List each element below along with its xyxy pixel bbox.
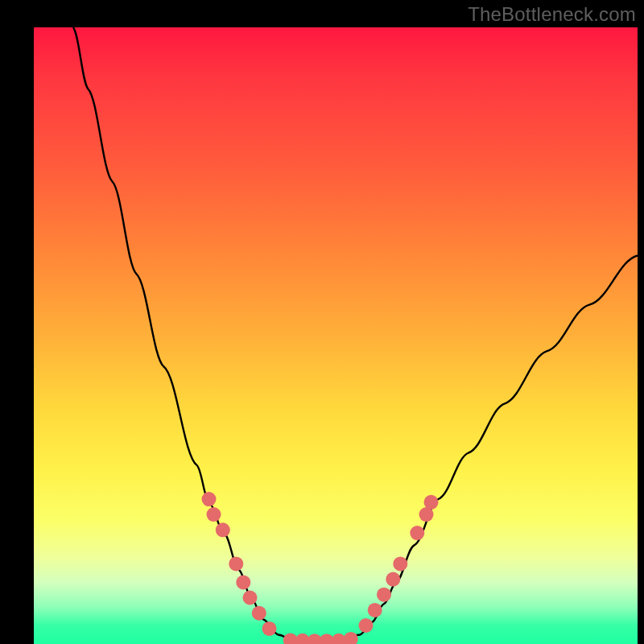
data-marker	[377, 588, 391, 602]
plot-area	[34, 27, 638, 644]
data-marker	[202, 492, 217, 506]
chart-container: TheBottleneck.com	[0, 0, 644, 644]
data-marker	[207, 507, 221, 522]
data-marker	[344, 632, 358, 644]
data-marker	[359, 618, 374, 633]
data-marker	[424, 495, 439, 510]
data-marker	[386, 572, 400, 587]
data-marker	[262, 621, 277, 636]
data-marker	[229, 556, 243, 571]
bottleneck-curve	[73, 27, 638, 641]
data-markers	[202, 492, 439, 644]
curve-layer	[34, 27, 638, 644]
data-marker	[216, 522, 230, 537]
data-marker	[393, 556, 407, 571]
data-marker	[419, 507, 434, 522]
data-marker	[236, 575, 250, 589]
data-marker	[243, 591, 258, 605]
data-marker	[368, 603, 382, 617]
watermark-text: TheBottleneck.com	[468, 3, 636, 26]
data-marker	[252, 606, 266, 621]
data-marker	[410, 526, 424, 540]
